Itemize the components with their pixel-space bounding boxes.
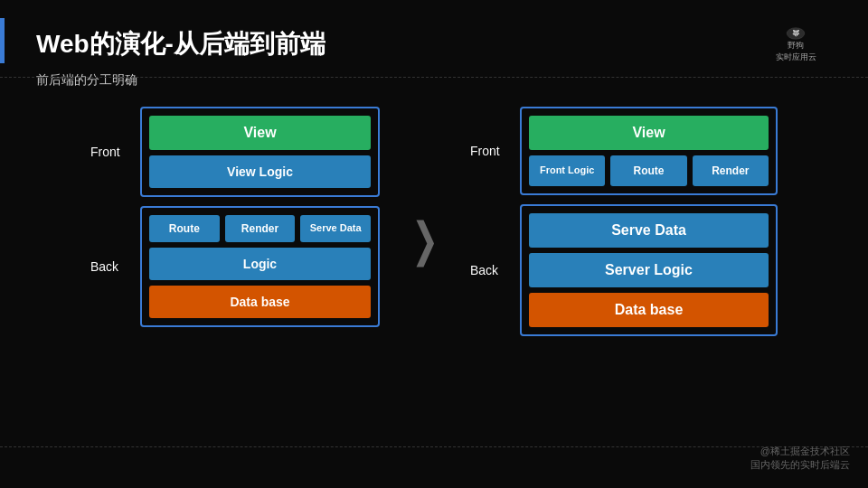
left-back-box: Route Render Serve Data Logic Data base — [140, 206, 380, 327]
left-back-label: Back — [90, 259, 131, 274]
left-view-logic-block: View Logic — [149, 155, 371, 188]
logo: 🐺 野狗 实时应用云 — [760, 27, 832, 63]
subtitle: 前后端的分工明确 — [36, 72, 832, 89]
left-front-box: View View Logic — [140, 107, 380, 197]
right-front-box: View Front Logic Route Render — [520, 107, 778, 195]
footer-line2: 国内领先的实时后端云 — [750, 458, 850, 472]
svg-text:🐺: 🐺 — [792, 29, 800, 37]
dashed-bottom — [0, 446, 868, 447]
left-database-block: Data base — [149, 286, 371, 318]
dashed-top — [0, 77, 868, 78]
accent-bar — [0, 18, 5, 63]
left-view-block: View — [149, 116, 371, 150]
footer-line1: @稀土掘金技术社区 — [750, 445, 850, 458]
left-serve-data-block: Serve Data — [300, 215, 371, 242]
right-view-block: View — [529, 116, 769, 150]
right-render-block: Render — [693, 155, 769, 186]
arrow-container: ❯ — [398, 216, 452, 263]
header: Web的演化-从后端到前端 🐺 野狗 实时应用云 — [36, 27, 832, 63]
left-front-section: Front View View Logic — [90, 107, 380, 197]
left-logic-block: Logic — [149, 248, 371, 280]
left-render-block: Render — [225, 215, 296, 242]
left-back-top-row: Route Render Serve Data — [149, 215, 371, 242]
footer: @稀土掘金技术社区 国内领先的实时后端云 — [750, 445, 850, 472]
right-back-box: Serve Data Server Logic Data base — [520, 204, 778, 336]
right-serve-data-block: Serve Data — [529, 213, 769, 248]
right-back-section: Back Serve Data Server Logic Data base — [470, 204, 778, 336]
right-front-row: Front Logic Route Render — [529, 155, 769, 186]
right-front-logic-block: Front Logic — [529, 155, 605, 186]
left-diagram: Front View View Logic Back Route Render … — [90, 107, 380, 327]
slide: Web的演化-从后端到前端 🐺 野狗 实时应用云 前后端的分工明确 Front … — [0, 0, 868, 488]
right-front-section: Front View Front Logic Route Render — [470, 107, 778, 195]
left-front-label: Front — [90, 145, 131, 159]
arrow-chevron: ❯ — [411, 216, 439, 263]
left-back-section: Back Route Render Serve Data Logic Data … — [90, 206, 380, 327]
left-route-block: Route — [149, 215, 220, 242]
right-server-logic-block: Server Logic — [529, 253, 769, 287]
page-title: Web的演化-从后端到前端 — [36, 27, 326, 61]
right-route-block: Route — [610, 155, 686, 186]
right-diagram: Front View Front Logic Route Render Back… — [470, 107, 778, 336]
main-content: Front View View Logic Back Route Render … — [36, 107, 832, 336]
right-database-block: Data base — [529, 293, 769, 327]
logo-icon: 🐺 — [773, 27, 818, 40]
right-back-label: Back — [470, 263, 511, 277]
logo-text: 野狗 实时应用云 — [776, 40, 816, 63]
right-front-label: Front — [470, 144, 511, 158]
